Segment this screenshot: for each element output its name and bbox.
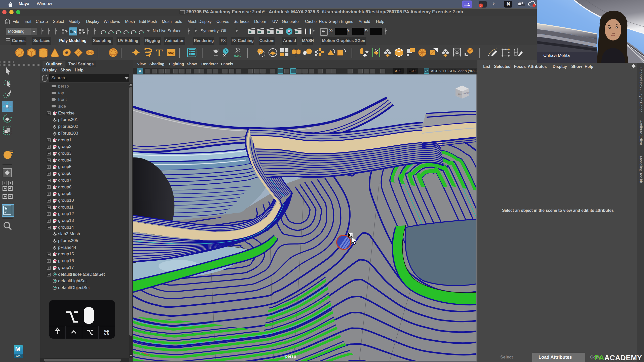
svg-text:x: x bbox=[148, 353, 150, 357]
svg-text:Chhavi Mehta: Chhavi Mehta bbox=[543, 53, 570, 58]
svg-text:z: z bbox=[141, 343, 143, 347]
svg-text:⌘: ⌘ bbox=[103, 329, 110, 336]
svg-text:persp: persp bbox=[285, 354, 296, 358]
svg-text:T: T bbox=[156, 48, 163, 58]
svg-text:0,0,0: 0,0,0 bbox=[234, 54, 242, 58]
svg-text:y: y bbox=[135, 354, 136, 357]
svg-text:svg: svg bbox=[168, 51, 174, 55]
